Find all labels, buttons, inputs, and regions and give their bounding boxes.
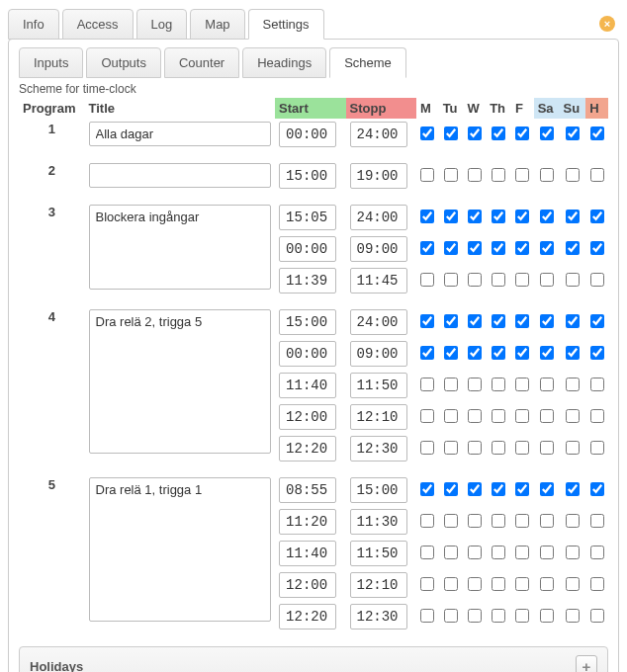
tab-settings[interactable]: Settings	[248, 9, 324, 40]
day-checkbox[interactable]	[590, 514, 604, 528]
day-checkbox[interactable]	[566, 126, 580, 140]
tab-headings[interactable]: Headings	[242, 47, 326, 78]
day-checkbox[interactable]	[566, 314, 580, 328]
day-checkbox[interactable]	[515, 482, 529, 496]
day-checkbox[interactable]	[444, 314, 458, 328]
start-input[interactable]	[279, 477, 336, 503]
day-checkbox[interactable]	[540, 577, 554, 591]
stopp-input[interactable]	[350, 122, 407, 147]
day-checkbox[interactable]	[420, 514, 434, 528]
day-checkbox[interactable]	[540, 346, 554, 360]
day-checkbox[interactable]	[566, 346, 580, 360]
day-checkbox[interactable]	[492, 346, 505, 360]
day-checkbox[interactable]	[590, 577, 604, 591]
day-checkbox[interactable]	[540, 546, 554, 559]
close-icon[interactable]: ×	[599, 16, 615, 32]
day-checkbox[interactable]	[420, 546, 434, 559]
day-checkbox[interactable]	[492, 609, 505, 623]
day-checkbox[interactable]	[492, 273, 505, 287]
day-checkbox[interactable]	[468, 378, 482, 391]
day-checkbox[interactable]	[566, 168, 580, 182]
day-checkbox[interactable]	[566, 482, 580, 496]
day-checkbox[interactable]	[468, 609, 482, 623]
program-title-input[interactable]	[89, 477, 272, 622]
start-input[interactable]	[279, 268, 336, 294]
start-input[interactable]	[279, 604, 336, 630]
day-checkbox[interactable]	[468, 514, 482, 528]
day-checkbox[interactable]	[420, 609, 434, 623]
day-checkbox[interactable]	[492, 577, 505, 591]
day-checkbox[interactable]	[420, 378, 434, 391]
day-checkbox[interactable]	[540, 273, 554, 287]
day-checkbox[interactable]	[468, 314, 482, 328]
day-checkbox[interactable]	[444, 577, 458, 591]
start-input[interactable]	[279, 509, 336, 535]
day-checkbox[interactable]	[468, 273, 482, 287]
start-input[interactable]	[279, 436, 336, 462]
start-input[interactable]	[279, 236, 336, 262]
day-checkbox[interactable]	[590, 546, 604, 559]
day-checkbox[interactable]	[590, 378, 604, 391]
day-checkbox[interactable]	[515, 609, 529, 623]
day-checkbox[interactable]	[590, 314, 604, 328]
day-checkbox[interactable]	[515, 346, 529, 360]
day-checkbox[interactable]	[468, 546, 482, 559]
start-input[interactable]	[279, 309, 336, 335]
day-checkbox[interactable]	[590, 241, 604, 255]
day-checkbox[interactable]	[444, 514, 458, 528]
day-checkbox[interactable]	[420, 409, 434, 423]
day-checkbox[interactable]	[420, 168, 434, 182]
start-input[interactable]	[279, 163, 336, 189]
program-title-input[interactable]	[89, 205, 272, 290]
day-checkbox[interactable]	[468, 409, 482, 423]
day-checkbox[interactable]	[444, 346, 458, 360]
day-checkbox[interactable]	[444, 273, 458, 287]
day-checkbox[interactable]	[515, 409, 529, 423]
day-checkbox[interactable]	[540, 210, 554, 223]
day-checkbox[interactable]	[590, 409, 604, 423]
day-checkbox[interactable]	[515, 378, 529, 391]
day-checkbox[interactable]	[444, 241, 458, 255]
day-checkbox[interactable]	[420, 273, 434, 287]
stopp-input[interactable]	[350, 572, 407, 598]
day-checkbox[interactable]	[515, 546, 529, 559]
day-checkbox[interactable]	[444, 126, 458, 140]
day-checkbox[interactable]	[515, 210, 529, 223]
day-checkbox[interactable]	[492, 314, 505, 328]
day-checkbox[interactable]	[444, 409, 458, 423]
day-checkbox[interactable]	[515, 273, 529, 287]
day-checkbox[interactable]	[444, 482, 458, 496]
day-checkbox[interactable]	[590, 441, 604, 455]
tab-access[interactable]: Access	[62, 9, 134, 40]
start-input[interactable]	[279, 541, 336, 566]
day-checkbox[interactable]	[540, 126, 554, 140]
stopp-input[interactable]	[350, 373, 407, 398]
start-input[interactable]	[279, 572, 336, 598]
day-checkbox[interactable]	[468, 210, 482, 223]
tab-info[interactable]: Info	[8, 9, 59, 40]
start-input[interactable]	[279, 373, 336, 398]
day-checkbox[interactable]	[515, 168, 529, 182]
day-checkbox[interactable]	[590, 609, 604, 623]
day-checkbox[interactable]	[444, 609, 458, 623]
day-checkbox[interactable]	[492, 546, 505, 559]
stopp-input[interactable]	[350, 404, 407, 430]
day-checkbox[interactable]	[420, 346, 434, 360]
day-checkbox[interactable]	[420, 577, 434, 591]
day-checkbox[interactable]	[590, 210, 604, 223]
stopp-input[interactable]	[350, 341, 407, 367]
day-checkbox[interactable]	[566, 546, 580, 559]
day-checkbox[interactable]	[540, 168, 554, 182]
day-checkbox[interactable]	[468, 126, 482, 140]
start-input[interactable]	[279, 205, 336, 230]
stopp-input[interactable]	[350, 436, 407, 462]
day-checkbox[interactable]	[420, 126, 434, 140]
day-checkbox[interactable]	[444, 378, 458, 391]
day-checkbox[interactable]	[566, 441, 580, 455]
day-checkbox[interactable]	[444, 546, 458, 559]
day-checkbox[interactable]	[540, 378, 554, 391]
start-input[interactable]	[279, 122, 336, 147]
day-checkbox[interactable]	[540, 241, 554, 255]
start-input[interactable]	[279, 341, 336, 367]
day-checkbox[interactable]	[566, 609, 580, 623]
